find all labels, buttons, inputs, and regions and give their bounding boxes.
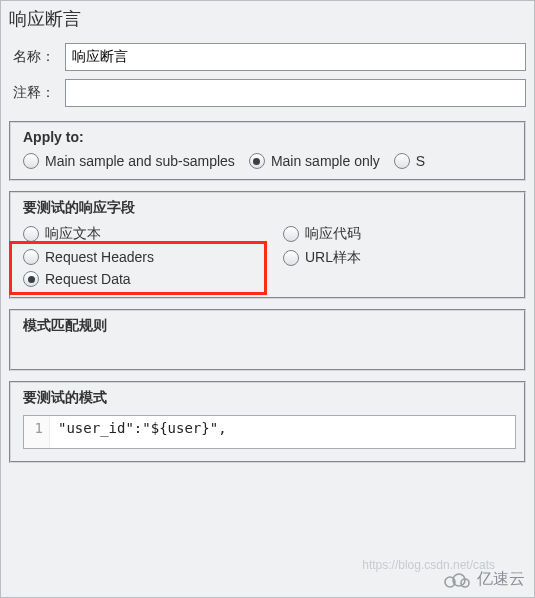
radio-icon — [23, 153, 39, 169]
radio-response-code[interactable]: 响应代码 — [283, 225, 361, 243]
assertion-panel: 响应断言 名称： 注释： Apply to: Main sample and s… — [0, 0, 535, 598]
radio-icon — [283, 250, 299, 266]
test-pattern-label: 要测试的模式 — [23, 389, 516, 407]
comment-input[interactable] — [65, 79, 526, 107]
radio-label: Main sample and sub-samples — [45, 153, 235, 169]
name-label: 名称： — [13, 48, 65, 66]
apply-to-section: Apply to: Main sample and sub-samples Ma… — [9, 121, 526, 181]
pattern-code-area[interactable]: 1 "user_id":"${user}", — [23, 415, 516, 449]
line-number: 1 — [24, 416, 50, 448]
response-field-section: 要测试的响应字段 响应文本 Request Headers Request Da… — [9, 191, 526, 299]
radio-response-text[interactable]: 响应文本 — [23, 225, 253, 243]
radio-icon — [249, 153, 265, 169]
radio-icon — [394, 153, 410, 169]
radio-main-only[interactable]: Main sample only — [249, 153, 380, 169]
radio-icon — [23, 249, 39, 265]
radio-main-and-sub[interactable]: Main sample and sub-samples — [23, 153, 235, 169]
comment-row: 注释： — [1, 75, 534, 111]
radio-label: Main sample only — [271, 153, 380, 169]
name-input[interactable] — [65, 43, 526, 71]
radio-label: URL样本 — [305, 249, 361, 267]
radio-sub-only[interactable]: S — [394, 153, 425, 169]
radio-label: 响应文本 — [45, 225, 101, 243]
panel-title: 响应断言 — [1, 1, 534, 39]
radio-icon — [23, 271, 39, 287]
test-pattern-section: 要测试的模式 1 "user_id":"${user}", — [9, 381, 526, 463]
match-rules-section: 模式匹配规则 — [9, 309, 526, 371]
radio-icon — [23, 226, 39, 242]
radio-label: 响应代码 — [305, 225, 361, 243]
apply-to-options: Main sample and sub-samples Main sample … — [23, 153, 516, 169]
radio-label: S — [416, 153, 425, 169]
response-field-label: 要测试的响应字段 — [23, 199, 516, 217]
apply-to-label: Apply to: — [23, 129, 516, 145]
radio-label: Request Headers — [45, 249, 154, 265]
radio-label: Request Data — [45, 271, 131, 287]
pattern-text: "user_id":"${user}", — [50, 416, 233, 448]
match-rules-label: 模式匹配规则 — [23, 317, 516, 335]
radio-request-headers[interactable]: Request Headers — [23, 249, 253, 265]
radio-url-sample[interactable]: URL样本 — [283, 249, 361, 267]
radio-request-data[interactable]: Request Data — [23, 271, 253, 287]
radio-icon — [283, 226, 299, 242]
name-row: 名称： — [1, 39, 534, 75]
comment-label: 注释： — [13, 84, 65, 102]
